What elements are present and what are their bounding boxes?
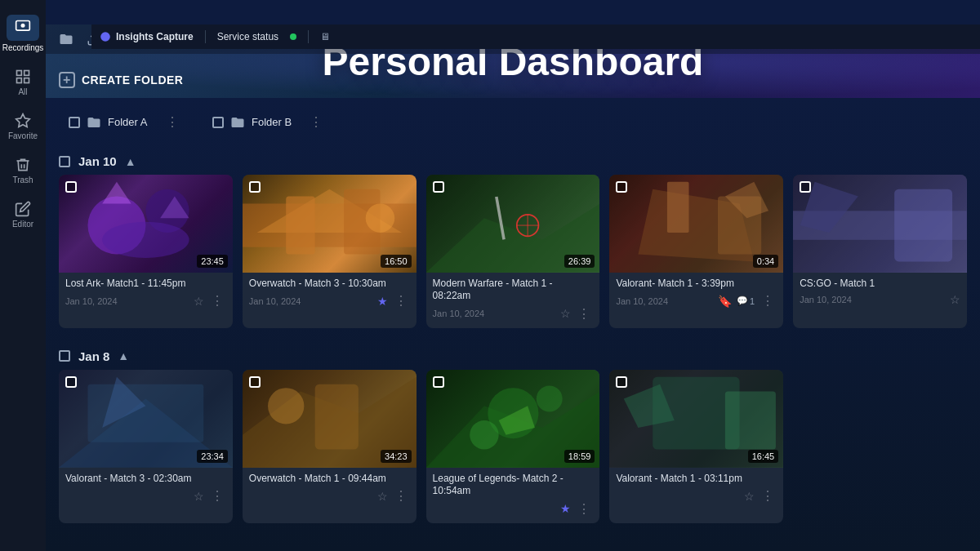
sidebar-item-label: Trash [12, 176, 33, 184]
content-area[interactable]: Folder A ⋮ Folder B ⋮ Jan 10 ▲ [46, 98, 980, 551]
video-actions: ☆ ⋮ [560, 306, 593, 322]
date-header: Jan 8 ▲ [59, 341, 967, 370]
video-meta: Jan 10, 2024 ☆ ⋮ [65, 293, 226, 309]
video-title: Valorant - Match 1 - 03:11pm [616, 473, 777, 486]
more-button[interactable]: ⋮ [576, 501, 593, 517]
svg-point-13 [102, 222, 189, 258]
video-title: Valorant- Match 1 - 3:39pm [616, 278, 777, 291]
video-card[interactable]: 23:45 Lost Ark- Match1 - 11:45pm Jan 10,… [59, 175, 233, 328]
svg-marker-14 [102, 182, 131, 204]
video-actions: ★ ⋮ [560, 501, 593, 517]
folder-item[interactable]: Folder B ⋮ [203, 108, 333, 136]
star-button[interactable]: ☆ [744, 490, 755, 503]
folder-checkbox[interactable] [212, 117, 224, 128]
svg-marker-6 [16, 114, 30, 127]
video-card[interactable]: 16:45 Valorant - Match 1 - 03:11pm ☆ ⋮ [609, 370, 783, 523]
video-checkbox[interactable] [800, 181, 811, 193]
svg-rect-35 [894, 189, 952, 262]
folder-more-btn[interactable]: ⋮ [166, 114, 180, 130]
video-checkbox[interactable] [249, 376, 261, 388]
star-button[interactable]: ★ [560, 502, 571, 515]
video-date: Jan 10, 2024 [65, 296, 118, 306]
video-title: CS:GO - Match 1 [800, 278, 960, 291]
video-checkbox[interactable] [65, 376, 77, 388]
sidebar-item-recordings[interactable]: Recordings [0, 7, 46, 60]
star-button[interactable]: ☆ [377, 490, 388, 503]
video-card[interactable]: 34:23 Overwatch - Match 1 - 09:44am ☆ ⋮ [243, 370, 416, 523]
video-actions: ☆ ⋮ [194, 293, 226, 309]
video-title: Overwatch - Match 1 - 09:44am [249, 473, 410, 486]
video-grid: 23:34 Valorant - Match 3 - 02:30am ☆ ⋮ [59, 370, 967, 523]
create-folder-button[interactable]: + CREATE FOLDER [59, 72, 183, 88]
video-checkbox[interactable] [616, 181, 627, 193]
more-button[interactable]: ⋮ [576, 306, 593, 322]
video-checkbox[interactable] [433, 376, 444, 388]
video-card[interactable]: 16:50 Overwatch - Match 3 - 10:30am Jan … [243, 175, 416, 328]
folder-icon-btn[interactable] [59, 32, 74, 47]
more-button[interactable]: ⋮ [760, 293, 777, 309]
all-icon [15, 69, 31, 85]
create-folder-label: CREATE FOLDER [82, 73, 183, 87]
folder-icon [87, 115, 101, 130]
star-button[interactable]: ☆ [560, 307, 571, 320]
star-button[interactable]: ☆ [194, 295, 204, 308]
video-checkbox[interactable] [433, 181, 444, 193]
date-section-checkbox[interactable] [59, 156, 70, 167]
folder-more-btn[interactable]: ⋮ [310, 114, 323, 130]
editor-icon [15, 201, 31, 217]
video-card[interactable]: 0:34 Valorant- Match 1 - 3:39pm Jan 10, … [609, 175, 783, 328]
sidebar-item-editor[interactable]: Editor [0, 193, 46, 237]
video-grid: 23:45 Lost Ark- Match1 - 11:45pm Jan 10,… [59, 175, 967, 328]
more-button[interactable]: ⋮ [760, 488, 777, 504]
video-card[interactable]: CS:GO - Match 1 Jan 10, 2024 ☆ [793, 175, 967, 328]
duration-badge: 16:50 [381, 255, 412, 268]
more-button[interactable]: ⋮ [393, 293, 410, 309]
video-meta: ☆ ⋮ [65, 488, 226, 504]
sidebar-item-favorite[interactable]: Favorite [0, 104, 46, 149]
video-actions: ☆ ⋮ [744, 488, 777, 504]
video-date: Jan 10, 2024 [433, 309, 485, 318]
svg-rect-29 [667, 182, 689, 233]
sidebar-item-label: Recordings [2, 43, 44, 52]
date-section-checkbox[interactable] [59, 350, 70, 362]
video-checkbox[interactable] [616, 376, 627, 388]
more-button[interactable]: ⋮ [209, 293, 226, 309]
brand-icon [100, 31, 111, 42]
video-meta: Jan 10, 2024 ☆ ⋮ [433, 306, 594, 322]
duration-badge: 26:39 [564, 255, 595, 268]
sidebar-item-all[interactable]: All [0, 60, 46, 104]
folder-icon [230, 115, 245, 130]
video-card[interactable]: 26:39 Modern Warfare - Match 1 - 08:22am… [426, 175, 600, 328]
video-card[interactable]: 23:34 Valorant - Match 3 - 02:30am ☆ ⋮ [59, 370, 233, 523]
status-dot [290, 33, 296, 40]
video-actions: ☆ [950, 293, 960, 306]
svg-point-1 [21, 24, 25, 28]
plus-icon: + [59, 72, 75, 88]
more-button[interactable]: ⋮ [209, 488, 226, 504]
date-header: Jan 10 ▲ [59, 146, 967, 175]
video-title: League of Legends- Match 2 - 10:54am [433, 473, 594, 498]
video-card[interactable]: 18:59 League of Legends- Match 2 - 10:54… [426, 370, 600, 523]
video-title: Modern Warfare - Match 1 - 08:22am [433, 278, 594, 303]
folder-item[interactable]: Folder A ⋮ [59, 108, 189, 136]
star-button[interactable]: ☆ [950, 293, 960, 306]
service-status-label: Service status [217, 31, 278, 42]
video-checkbox[interactable] [249, 181, 261, 193]
video-title: Valorant - Match 3 - 02:30am [65, 473, 226, 486]
video-actions: ★ ⋮ [377, 293, 410, 309]
chevron-up-icon[interactable]: ▲ [125, 155, 136, 168]
sidebar-item-trash[interactable]: Trash [0, 149, 46, 193]
more-button[interactable]: ⋮ [393, 488, 410, 504]
svg-point-20 [366, 203, 394, 232]
recordings-icon [15, 19, 31, 35]
svg-rect-2 [17, 71, 22, 76]
system-topbar: Insights Capture Service status 🖥 [91, 24, 980, 49]
date-label: Jan 8 [78, 349, 109, 363]
video-checkbox[interactable] [65, 181, 77, 193]
folder-checkbox[interactable] [69, 117, 80, 128]
video-title: Lost Ark- Match1 - 11:45pm [65, 278, 226, 291]
bookmark-icon[interactable]: 🔖 [718, 295, 732, 308]
star-button[interactable]: ☆ [194, 490, 204, 503]
chevron-up-icon[interactable]: ▲ [118, 349, 129, 362]
star-button[interactable]: ★ [377, 295, 388, 308]
